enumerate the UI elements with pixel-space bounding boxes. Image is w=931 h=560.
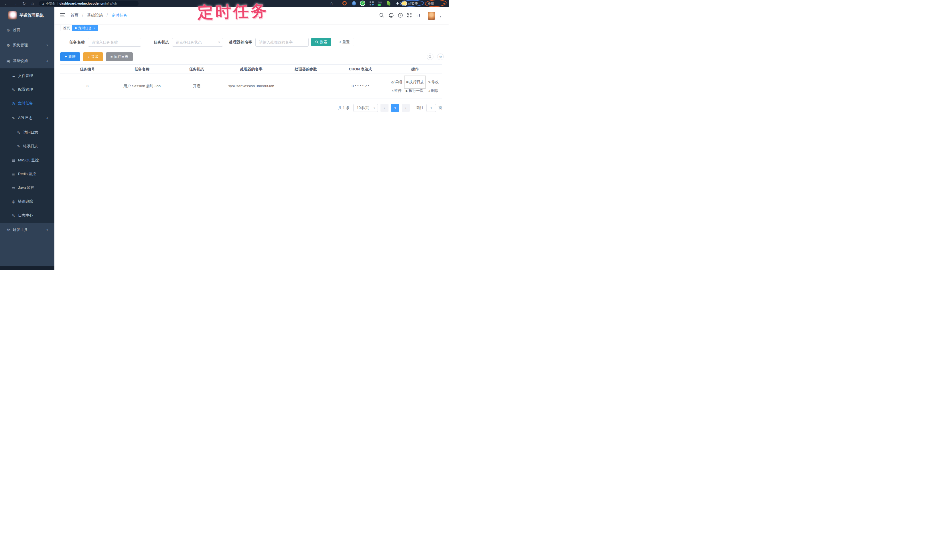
toolbox-icon: ⚒ xyxy=(6,228,11,232)
sidebar-item-config-management[interactable]: ✎ 配置管理 xyxy=(0,86,54,93)
edit-icon: ✎ xyxy=(11,88,16,92)
browser-back-icon[interactable]: ← xyxy=(3,0,9,7)
warning-icon: ▲ xyxy=(42,2,45,5)
chevron-down-icon: ∨ xyxy=(218,38,220,46)
export-button[interactable]: ↓ 导出 xyxy=(83,52,103,61)
svg-text:?: ? xyxy=(400,14,401,17)
sidebar-item-file-management[interactable]: ☁ 文件管理 xyxy=(0,72,54,80)
chevron-down-icon: ∨ xyxy=(46,228,48,231)
exec-log-button[interactable]: ≡ 执行日志 xyxy=(106,52,133,61)
cell-cron: 0 * * * * ? * xyxy=(333,84,388,88)
sidebar-item-dev-tools[interactable]: ⚒ 研发工具 ∨ xyxy=(0,226,54,234)
sidebar-item-log-center[interactable]: ✎ 日志中心 xyxy=(0,212,54,219)
leaf-extension-icon[interactable] xyxy=(387,1,391,6)
sidebar-item-api-logs[interactable]: ✎ API 日志 ∧ xyxy=(0,114,54,122)
sidebar-item-java-monitor[interactable]: ▭ Java 监控 xyxy=(0,184,54,191)
grid-extension-icon[interactable] xyxy=(370,2,374,5)
tab-home[interactable]: 首页 xyxy=(60,25,73,31)
current-page[interactable]: 1 xyxy=(391,104,399,112)
browser-home-icon[interactable]: ⌂ xyxy=(30,0,35,7)
handler-name-label: 处理器的名字 xyxy=(226,40,252,45)
list-icon: ≡ xyxy=(111,55,113,58)
table-row: 3 用户 Session 超时 Job 开启 sysUserSessionTim… xyxy=(60,74,442,98)
search-icon[interactable] xyxy=(379,12,385,19)
sidebar-item-access-logs[interactable]: ✎ 访问日志 xyxy=(0,129,54,136)
browser-reload-icon[interactable]: ↻ xyxy=(21,0,27,7)
sidebar-item-home[interactable]: ⊙ 首页 xyxy=(0,26,54,34)
blue-oval-annotation xyxy=(400,0,424,7)
gear-icon: ⚙ xyxy=(6,43,11,48)
app-logo-avatar xyxy=(8,11,17,20)
sidebar-item-scheduled-jobs[interactable]: ◷ 定时任务 xyxy=(0,100,54,107)
add-button[interactable]: + 新增 xyxy=(60,52,80,61)
sidebar-item-infrastructure[interactable]: ▣ 基础设施 ∧ xyxy=(0,57,54,65)
breadcrumb-home[interactable]: 首页 xyxy=(71,13,79,17)
cloud-icon: ☁ xyxy=(11,74,16,78)
svg-text:T: T xyxy=(418,13,421,17)
sidebar-item-mysql-monitor[interactable]: ▤ MySQL 监控 xyxy=(0,157,54,164)
prev-page-button[interactable]: ‹ xyxy=(381,104,388,112)
address-bar[interactable]: ▲ 不安全 | dashboard.yudao.iocoder.cn/infra… xyxy=(39,1,139,6)
refresh-icon[interactable]: ↻ xyxy=(437,54,444,60)
chevron-down-icon: ∨ xyxy=(373,104,375,112)
action-pause[interactable]: ×暂停 xyxy=(392,87,402,95)
goto-label: 前往 xyxy=(416,105,424,111)
edit-icon: ✎ xyxy=(16,131,21,135)
help-icon[interactable]: ? xyxy=(398,12,404,19)
layers-icon: ≣ xyxy=(11,172,16,176)
sidebar-item-system-management[interactable]: ⚙ 系统管理 ∨ xyxy=(0,42,54,49)
sidebar-item-tracing[interactable]: ◎ 链路追踪 xyxy=(0,198,54,205)
plus-icon: + xyxy=(65,55,67,58)
database-icon: ▤ xyxy=(11,158,16,163)
font-size-icon[interactable]: TT xyxy=(416,12,422,19)
active-dot-icon xyxy=(75,27,77,29)
pencil-icon: ✎ xyxy=(428,80,430,84)
github-icon[interactable] xyxy=(388,12,395,19)
list-extension-icon[interactable]: on xyxy=(378,1,382,4)
fullscreen-icon[interactable] xyxy=(407,12,413,19)
reset-icon: ↺ xyxy=(338,40,341,44)
play-icon: ▶ xyxy=(406,89,408,92)
job-name-input[interactable] xyxy=(88,38,141,47)
puzzle-extensions-icon[interactable]: ✚ xyxy=(395,1,400,6)
close-icon[interactable]: × xyxy=(94,27,96,30)
handler-name-input[interactable] xyxy=(255,38,308,47)
page-size-select[interactable]: 10条/页 ∨ xyxy=(353,104,378,112)
action-delete[interactable]: ⊟删除 xyxy=(427,87,438,95)
blue-drop-extension-icon[interactable] xyxy=(352,1,356,5)
action-detail[interactable]: ◎详细 xyxy=(392,78,402,86)
pagination: 共 1 条 10条/页 ∨ ‹ 1 › 前往 页 xyxy=(338,104,442,112)
cell-handler-name: sysUserSessionTimeoutJob xyxy=(226,83,276,89)
timer-icon: ◷ xyxy=(11,101,16,106)
sidebar-item-redis-monitor[interactable]: ≣ Redis 监控 xyxy=(0,170,54,178)
user-avatar[interactable] xyxy=(428,12,435,20)
browser-forward-icon[interactable]: → xyxy=(12,0,18,7)
orange-oval-annotation xyxy=(425,0,447,8)
download-icon: ↓ xyxy=(88,55,89,58)
action-edit[interactable]: ✎修改 xyxy=(428,78,439,86)
app-logo-row[interactable]: 芋道管理系统 xyxy=(0,10,54,22)
tab-scheduled-jobs[interactable]: 定时任务× xyxy=(72,25,98,31)
toggle-search-icon[interactable] xyxy=(427,54,433,60)
next-page-button[interactable]: › xyxy=(402,104,410,112)
breadcrumb-infrastructure[interactable]: 基础设施 xyxy=(87,13,103,17)
user-menu-caret-icon[interactable]: ▾ xyxy=(440,15,441,18)
sidebar-bottom-strip xyxy=(0,266,54,270)
monitor-icon: ▭ xyxy=(11,186,16,190)
chevron-down-icon: ∨ xyxy=(46,44,48,47)
search-button[interactable]: 搜索 xyxy=(311,38,331,46)
job-status-select[interactable]: 请选择任务状态 ∨ xyxy=(172,38,223,47)
collapse-menu-icon[interactable] xyxy=(60,13,65,17)
jobs-table: 任务编号 任务名称 任务状态 处理器的名字 处理器的参数 CRON 表达式 操作… xyxy=(60,65,442,98)
action-exec-log[interactable]: ≣执行日志 xyxy=(406,78,424,86)
cell-actions: ◎详细≣执行日志✎修改 ×暂停▶执行一次⊟删除 xyxy=(388,78,442,95)
security-label: 不安全 xyxy=(46,2,55,6)
sidebar-item-error-logs[interactable]: ✎ 错误日志 xyxy=(0,143,54,150)
green-check-extension-icon[interactable]: V xyxy=(361,1,365,5)
bookmark-star-icon[interactable]: ☆ xyxy=(329,1,334,6)
reset-button[interactable]: ↺ 重置 xyxy=(334,38,354,46)
goto-page-input[interactable] xyxy=(426,104,436,112)
exec-log-highlight-box: ≣执行日志 xyxy=(404,75,426,89)
orange-ring-extension-icon[interactable] xyxy=(342,1,347,5)
edit-icon: ✎ xyxy=(11,116,16,120)
